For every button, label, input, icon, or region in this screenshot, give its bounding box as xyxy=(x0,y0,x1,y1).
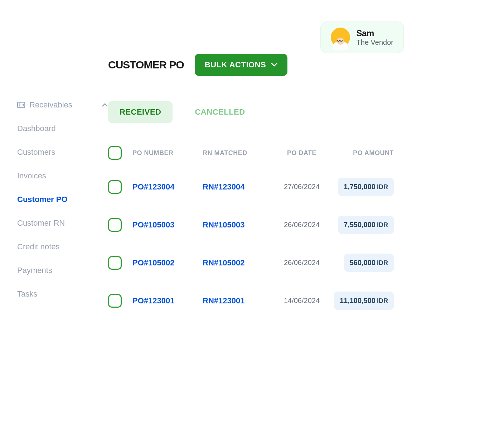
row-checkbox[interactable] xyxy=(108,294,122,308)
amount-currency: IDR xyxy=(377,297,388,304)
user-name: Sam xyxy=(357,28,393,38)
column-header-po-number: PO NUMBER xyxy=(132,149,203,157)
sidebar-item-credit-notes[interactable]: Credit notes xyxy=(17,242,108,251)
po-number-link[interactable]: PO#123001 xyxy=(132,296,174,305)
avatar xyxy=(331,28,350,47)
user-role: The Vendor xyxy=(357,38,393,47)
amount-value: 1,750,000 xyxy=(344,183,375,191)
po-date: 14/06/2024 xyxy=(284,297,320,304)
po-number-link[interactable]: PO#105002 xyxy=(132,258,174,267)
amount-badge: 1,750,000IDR xyxy=(338,178,394,196)
amount-badge: 11,100,500IDR xyxy=(334,292,394,310)
bulk-actions-button[interactable]: BULK ACTIONS xyxy=(195,54,287,76)
amount-value: 560,000 xyxy=(350,259,375,266)
amount-badge: 7,550,000IDR xyxy=(338,216,394,234)
table-row: PO#105002 RN#105002 26/06/2024 560,000ID… xyxy=(108,254,394,272)
amount-currency: IDR xyxy=(377,221,388,229)
bulk-actions-label: BULK ACTIONS xyxy=(205,60,266,69)
sidebar-item-invoices[interactable]: Invoices xyxy=(17,171,108,181)
rn-matched-link[interactable]: RN#105002 xyxy=(203,258,244,267)
sidebar-header-receivables[interactable]: Receivables xyxy=(17,100,108,110)
po-date: 26/06/2024 xyxy=(284,259,320,266)
amount-currency: IDR xyxy=(377,259,388,266)
table-row: PO#123004 RN#123004 27/06/2024 1,750,000… xyxy=(108,178,394,196)
chevron-down-icon xyxy=(271,63,277,67)
row-checkbox[interactable] xyxy=(108,180,122,194)
user-card[interactable]: Sam The Vendor xyxy=(320,21,404,53)
po-table: PO NUMBER RN MATCHED PO DATE PO AMOUNT P… xyxy=(108,146,394,310)
po-date: 26/06/2024 xyxy=(284,221,320,229)
rn-matched-link[interactable]: RN#123004 xyxy=(203,182,244,191)
rn-matched-link[interactable]: RN#105003 xyxy=(203,220,244,229)
sidebar-item-dashboard[interactable]: Dashboard xyxy=(17,124,108,133)
tab-cancelled[interactable]: CANCELLED xyxy=(183,101,256,123)
table-header-row: PO NUMBER RN MATCHED PO DATE PO AMOUNT xyxy=(108,146,394,160)
sidebar: Receivables Dashboard Customers Invoices… xyxy=(17,54,108,330)
receivables-icon xyxy=(17,102,25,108)
sidebar-item-customer-rn[interactable]: Customer RN xyxy=(17,218,108,228)
table-row: PO#105003 RN#105003 26/06/2024 7,550,000… xyxy=(108,216,394,234)
amount-value: 11,100,500 xyxy=(340,297,375,304)
amount-currency: IDR xyxy=(377,183,388,191)
sidebar-item-payments[interactable]: Payments xyxy=(17,266,108,275)
column-header-po-amount: PO AMOUNT xyxy=(332,149,394,157)
main-content: CUSTOMER PO BULK ACTIONS RECEIVED CANCEL… xyxy=(108,54,504,330)
sidebar-item-customers[interactable]: Customers xyxy=(17,148,108,157)
select-all-checkbox[interactable] xyxy=(108,146,122,160)
amount-value: 7,550,000 xyxy=(344,221,375,229)
chevron-up-icon xyxy=(102,102,108,108)
page-title: CUSTOMER PO xyxy=(108,59,184,71)
po-number-link[interactable]: PO#105003 xyxy=(132,220,174,229)
amount-badge: 560,000IDR xyxy=(344,254,394,272)
tab-received[interactable]: RECEIVED xyxy=(108,101,173,123)
rn-matched-link[interactable]: RN#123001 xyxy=(203,296,244,305)
sidebar-item-customer-po[interactable]: Customer PO xyxy=(17,195,108,204)
column-header-rn-matched: RN MATCHED xyxy=(203,149,271,157)
row-checkbox[interactable] xyxy=(108,218,122,232)
po-date: 27/06/2024 xyxy=(284,183,320,191)
po-number-link[interactable]: PO#123004 xyxy=(132,182,174,191)
table-row: PO#123001 RN#123001 14/06/2024 11,100,50… xyxy=(108,292,394,310)
row-checkbox[interactable] xyxy=(108,256,122,270)
tabs: RECEIVED CANCELLED xyxy=(108,101,504,123)
sidebar-item-tasks[interactable]: Tasks xyxy=(17,289,108,299)
sidebar-header-label: Receivables xyxy=(29,100,97,110)
column-header-po-date: PO DATE xyxy=(271,149,332,157)
